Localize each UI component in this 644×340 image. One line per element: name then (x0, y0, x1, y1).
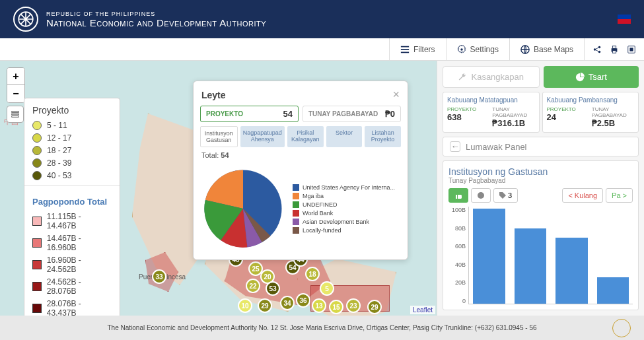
prev-label: Kulang (575, 191, 597, 199)
popup-close-button[interactable]: × (392, 88, 400, 102)
flag-icon[interactable] (618, 15, 631, 24)
chart-subtitle: Tunay Pagbabayad (448, 177, 633, 184)
share-icon[interactable] (592, 45, 602, 54)
filters-button[interactable]: Filters (389, 38, 446, 60)
popup-tab[interactable]: Sektor (326, 126, 363, 147)
legend-item: 5 - 11 (32, 121, 112, 130)
chart-toggle[interactable]: Tsart (544, 66, 639, 88)
popup-tab[interactable]: Institusyon Gastusan (200, 126, 238, 147)
leaflet-attribution[interactable]: Leaflet (410, 306, 435, 314)
pie-icon (575, 73, 585, 82)
pie-legend-item: World Bank (293, 210, 401, 217)
app-header: Republic of the Philippines National Eco… (0, 0, 644, 38)
gear-icon (457, 45, 466, 54)
zoom-in-button[interactable]: + (7, 68, 24, 85)
map-marker[interactable]: 13 (312, 298, 326, 313)
zoom-out-button[interactable]: − (7, 85, 24, 102)
map-popup: Leyte × PROYEKTO 54 TUNAY PAGBABAYAD ₱0 … (193, 81, 408, 260)
y-tick: 40B (448, 261, 466, 268)
filters-icon (400, 45, 410, 54)
count-value: 3 (508, 191, 512, 199)
sum-label: PROYEKTO (547, 106, 589, 112)
legend-item: 18 - 27 (32, 146, 112, 155)
card-title: Kabuuang Matatagpuan (447, 96, 535, 104)
svg-rect-15 (12, 116, 19, 118)
footer-seal-icon (612, 319, 631, 337)
svg-point-5 (594, 48, 596, 51)
map-marker[interactable]: 29 (258, 298, 272, 313)
settings-button[interactable]: Settings (446, 38, 509, 60)
chart-prev[interactable]: < Kulang (562, 188, 603, 203)
sum-value: 638 (447, 112, 489, 122)
svg-rect-14 (12, 114, 19, 115)
legend-item: 11.115B - 14.467B (32, 212, 112, 230)
filters-label: Filters (413, 45, 435, 54)
summary-card-national: Kabuuang Pambansang PROYEKTO24 TUNAY PAG… (542, 92, 639, 133)
legend-item: 14.467B - 16.960B (32, 234, 112, 252)
map-marker[interactable]: 29 (367, 300, 382, 314)
map-marker[interactable]: 18 (305, 267, 320, 281)
bar[interactable] (597, 277, 629, 304)
svg-point-7 (598, 50, 601, 53)
svg-point-17 (478, 192, 484, 199)
footer: The National Economic and Development Au… (0, 316, 644, 340)
map-marker[interactable]: 5 (320, 281, 334, 296)
y-tick: 0 (448, 298, 466, 304)
svg-rect-12 (629, 48, 633, 51)
globe-icon (520, 45, 530, 54)
chart-count[interactable]: 3 (493, 188, 518, 203)
zoom-control: + − (7, 67, 25, 103)
bar-chart: 100B80B60B40B20B0 (448, 207, 633, 304)
legend-projects-title: Proyekto (32, 105, 112, 116)
legend-item: 28.076B - 43.437B (32, 299, 112, 316)
bar[interactable] (555, 238, 588, 304)
expand-panel-button[interactable]: ← Lumawak Panel (443, 137, 639, 156)
basemaps-button[interactable]: Base Maps (509, 38, 584, 60)
map-marker[interactable]: 34 (280, 296, 295, 310)
pie-legend-item: Mga iba (293, 193, 401, 199)
popup-tab[interactable]: Listahan Proyekto (365, 126, 401, 147)
map-marker[interactable]: 23 (346, 298, 361, 313)
pie-legend-item: United States Agency For Interna... (293, 184, 401, 191)
svg-rect-9 (612, 46, 616, 48)
layers-icon (11, 110, 20, 119)
popup-tab[interactable]: Nagpapatupad Ahensya (240, 126, 285, 147)
map-marker[interactable]: 36 (296, 293, 310, 308)
chart-type-pie[interactable] (471, 188, 491, 203)
map-marker[interactable]: 33 (152, 269, 166, 284)
export-icon[interactable] (627, 45, 636, 54)
map[interactable]: 中国 Puerto Princesa + − Proyekto 5 - 1112… (0, 61, 437, 316)
map-marker[interactable]: 53 (266, 281, 280, 296)
chart-next[interactable]: Pa > (606, 188, 633, 203)
footer-text: The National Economic and Development Au… (107, 324, 536, 331)
y-tick: 100B (448, 207, 466, 213)
map-marker[interactable]: 22 (246, 279, 260, 293)
popup-tab[interactable]: Pisikal Kalagayan (287, 126, 324, 147)
tool-label: Kasangkapan (471, 72, 524, 82)
map-marker[interactable]: 10 (238, 298, 252, 313)
popup-stat-proyekto[interactable]: PROYEKTO 54 (200, 106, 299, 122)
y-tick: 80B (448, 225, 466, 232)
card-title: Kabuuang Pambansang (547, 96, 635, 104)
print-icon[interactable] (610, 45, 619, 54)
bar[interactable] (515, 228, 547, 304)
map-marker[interactable]: 15 (329, 300, 343, 314)
header-title: National Economic and Development Author… (46, 17, 266, 28)
stat-label: PROYEKTO (206, 110, 243, 118)
layers-button[interactable] (7, 106, 24, 123)
svg-point-6 (598, 46, 601, 48)
pie-legend-item: Locally-funded (293, 227, 401, 234)
toolbar-actions (584, 38, 644, 60)
pie-chart (200, 166, 286, 252)
settings-label: Settings (470, 45, 499, 54)
tool-toggle[interactable]: Kasangkapan (443, 66, 540, 88)
basemaps-label: Base Maps (534, 45, 573, 54)
next-label: Pa (612, 191, 620, 199)
popup-stat-tunay[interactable]: TUNAY PAGBABAYAD ₱0 (303, 106, 401, 122)
bar[interactable] (473, 209, 505, 304)
side-panel: Kasangkapan Tsart Kabuuang Matatagpuan P… (437, 61, 644, 316)
seal-icon (13, 7, 38, 32)
sum-label: TUNAY PAGBABAYAD (492, 106, 534, 118)
chart-type-bar[interactable] (448, 188, 468, 203)
stat-value: 54 (283, 109, 293, 119)
